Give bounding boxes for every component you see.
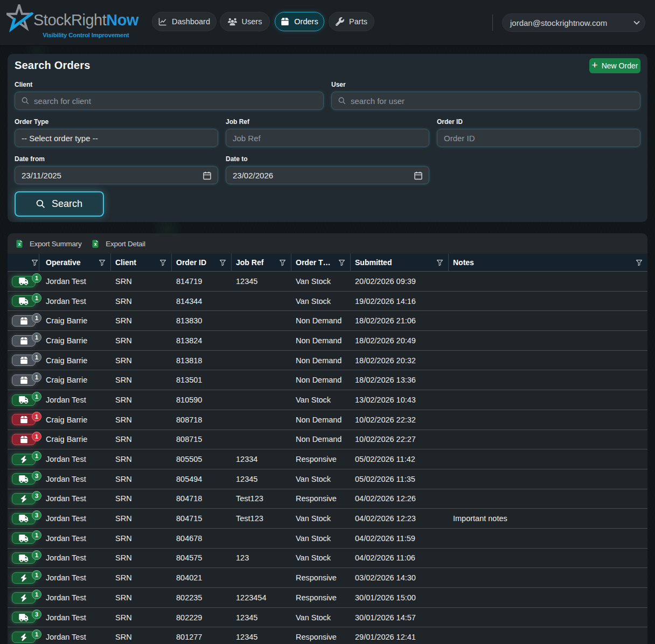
svg-text:x: x	[18, 241, 21, 247]
svg-text:x: x	[94, 241, 97, 247]
